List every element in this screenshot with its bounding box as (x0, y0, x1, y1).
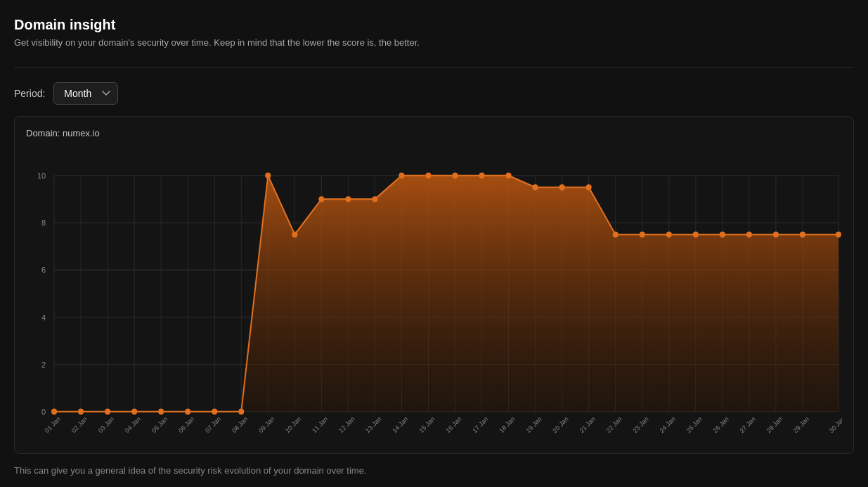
svg-point-52 (292, 232, 297, 238)
svg-text:06 Jan: 06 Jan (177, 415, 195, 434)
svg-text:10 Jan: 10 Jan (284, 415, 302, 434)
svg-point-68 (720, 232, 725, 238)
svg-text:26 Jan: 26 Jan (712, 415, 730, 434)
svg-text:03 Jan: 03 Jan (97, 415, 115, 434)
page-subtitle: Get visibility on your domain's security… (14, 37, 854, 48)
chart-domain-label: Domain: numex.io (26, 128, 842, 138)
svg-text:8: 8 (41, 219, 46, 227)
svg-point-48 (185, 409, 190, 415)
svg-point-53 (318, 196, 324, 202)
svg-text:16 Jan: 16 Jan (444, 415, 462, 434)
header-divider (14, 67, 854, 68)
svg-text:24 Jan: 24 Jan (659, 415, 677, 434)
svg-text:02 Jan: 02 Jan (70, 415, 89, 434)
svg-text:28 Jan: 28 Jan (765, 415, 784, 434)
svg-point-60 (506, 173, 512, 178)
svg-point-72 (836, 232, 841, 238)
svg-text:05 Jan: 05 Jan (150, 415, 169, 434)
svg-point-51 (265, 173, 271, 178)
svg-point-46 (131, 409, 137, 415)
svg-point-55 (372, 196, 377, 202)
svg-text:13 Jan: 13 Jan (364, 415, 382, 434)
chart-container: Domain: numex.io 0 2 4 6 8 10 (14, 116, 854, 454)
svg-point-71 (800, 232, 805, 238)
svg-point-63 (586, 184, 592, 190)
svg-text:0: 0 (41, 408, 46, 416)
svg-text:30 Jan: 30 Jan (828, 415, 842, 434)
svg-point-64 (613, 232, 618, 238)
svg-text:09 Jan: 09 Jan (257, 415, 276, 434)
svg-text:29 Jan: 29 Jan (792, 415, 810, 434)
svg-text:4: 4 (41, 313, 46, 321)
svg-text:27 Jan: 27 Jan (739, 415, 757, 434)
svg-text:04 Jan: 04 Jan (124, 415, 142, 434)
svg-text:19 Jan: 19 Jan (525, 415, 543, 434)
svg-marker-42 (54, 176, 838, 412)
period-label: Period: (14, 88, 45, 99)
svg-point-49 (212, 409, 217, 415)
svg-text:6: 6 (41, 266, 46, 274)
svg-text:07 Jan: 07 Jan (204, 415, 222, 434)
svg-point-59 (479, 173, 485, 178)
svg-text:25 Jan: 25 Jan (685, 415, 704, 434)
svg-text:21 Jan: 21 Jan (578, 415, 597, 434)
svg-point-69 (746, 232, 752, 238)
svg-point-62 (559, 184, 565, 190)
svg-point-65 (640, 232, 645, 238)
svg-text:14 Jan: 14 Jan (391, 415, 409, 434)
svg-text:11 Jan: 11 Jan (311, 415, 329, 434)
svg-point-70 (773, 232, 779, 238)
svg-text:20 Jan: 20 Jan (552, 415, 570, 434)
svg-point-66 (666, 232, 672, 238)
svg-text:15 Jan: 15 Jan (417, 415, 436, 434)
svg-point-67 (693, 232, 699, 238)
svg-point-44 (78, 409, 84, 415)
svg-text:10: 10 (37, 171, 46, 180)
svg-point-58 (453, 173, 458, 178)
svg-text:22 Jan: 22 Jan (605, 415, 623, 434)
svg-point-45 (105, 409, 110, 415)
svg-point-47 (158, 409, 164, 415)
svg-point-61 (533, 184, 538, 190)
period-select[interactable]: Month Week Quarter Year (53, 82, 118, 105)
svg-text:18 Jan: 18 Jan (498, 415, 517, 434)
svg-point-43 (51, 409, 57, 415)
footer-text: This can give you a general idea of the … (14, 465, 854, 476)
page-header: Domain insight Get visibility on your do… (14, 17, 854, 62)
chart-area: 0 2 4 6 8 10 (26, 150, 842, 445)
svg-text:23 Jan: 23 Jan (632, 415, 650, 434)
svg-text:2: 2 (41, 361, 46, 369)
period-row: Period: Month Week Quarter Year (14, 82, 854, 105)
svg-text:01 Jan: 01 Jan (44, 415, 62, 434)
chart-svg: 0 2 4 6 8 10 (26, 150, 842, 445)
svg-point-57 (425, 173, 431, 178)
svg-point-56 (399, 173, 404, 178)
svg-point-50 (238, 409, 244, 415)
svg-text:08 Jan: 08 Jan (231, 415, 249, 434)
svg-text:17 Jan: 17 Jan (471, 415, 489, 434)
page-title: Domain insight (14, 17, 854, 33)
svg-point-54 (345, 196, 351, 202)
svg-text:12 Jan: 12 Jan (337, 415, 356, 434)
